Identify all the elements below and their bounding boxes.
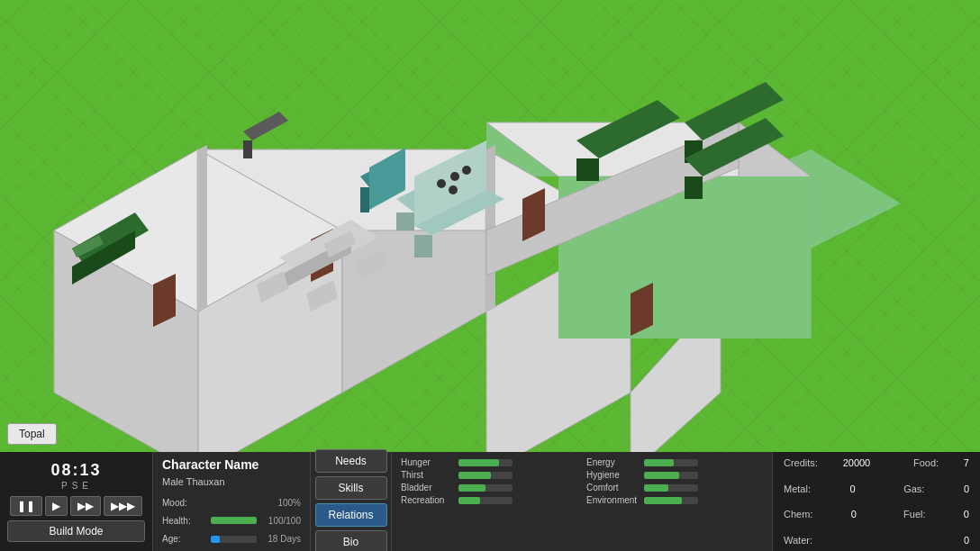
svg-marker-36 <box>396 212 414 230</box>
bladder-bar-bg <box>458 484 513 492</box>
bottom-panel: 08:13 P S E ❚❚ ▶ ▶▶ ▶▶▶ Build Mode Chara… <box>0 452 980 551</box>
hygiene-row: Hygiene <box>586 470 763 480</box>
health-label: Health: <box>162 516 207 526</box>
gas-label: Gas: <box>903 483 924 494</box>
health-stat-row: Health: 100/100 <box>162 516 301 526</box>
thirst-label: Thirst <box>401 470 455 480</box>
age-bar-bg <box>211 536 257 543</box>
hunger-bar-bg <box>458 459 513 466</box>
environment-label: Environment <box>586 495 640 505</box>
recreation-bar-bg <box>458 497 513 504</box>
thirst-bar-bg <box>458 472 513 479</box>
bladder-row: Bladder <box>401 483 577 492</box>
water-label: Water: <box>784 535 812 546</box>
chem-label: Chem: <box>784 509 812 519</box>
chem-fuel-row: Chem: 0 Fuel: 0 <box>784 509 969 519</box>
speed-s-label: S <box>72 481 78 491</box>
hunger-label: Hunger <box>401 457 455 467</box>
chem-value: 0 <box>851 509 857 519</box>
action-buttons-section: Needs Skills Relations Bio <box>311 452 392 551</box>
water-value: 0 <box>964 535 969 546</box>
gas-value: 0 <box>964 483 969 494</box>
health-bar-bg <box>211 517 257 524</box>
environment-row: Environment <box>586 495 763 505</box>
svg-marker-51 <box>243 140 252 158</box>
metal-label: Metal: <box>784 483 811 494</box>
hunger-row: Hunger <box>401 457 577 467</box>
svg-point-39 <box>450 172 459 181</box>
speed-row: P S E <box>7 481 145 491</box>
bladder-label: Bladder <box>401 483 455 492</box>
character-race: Male Thauxan <box>162 476 301 487</box>
hunger-bar-fill <box>458 459 499 466</box>
energy-row: Energy <box>586 457 763 467</box>
svg-marker-50 <box>243 112 288 140</box>
fast-button[interactable]: ▶▶ <box>70 496 101 516</box>
needs-button[interactable]: Needs <box>315 449 387 473</box>
svg-marker-45 <box>576 158 599 181</box>
credits-row: Credits: 20000 Food: 7 <box>784 457 969 468</box>
water-row: Water: 0 <box>784 535 969 546</box>
age-bar-fill <box>211 536 220 543</box>
credits-value: 20000 <box>843 457 871 468</box>
fuel-value: 0 <box>964 509 969 519</box>
relations-button[interactable]: Relations <box>315 503 387 527</box>
comfort-bar-bg <box>644 484 698 492</box>
mood-stat-row: Mood: 100% <box>162 498 301 508</box>
age-value: 18 Days <box>260 534 301 544</box>
pause-button[interactable]: ❚❚ <box>10 496 42 516</box>
metal-gas-row: Metal: 0 Gas: 0 <box>784 483 969 494</box>
bladder-bar-fill <box>458 484 485 492</box>
topal-button[interactable]: Topal <box>7 423 57 445</box>
svg-point-41 <box>449 185 458 194</box>
hygiene-bar-fill <box>644 472 679 479</box>
svg-marker-43 <box>414 235 432 257</box>
recreation-label: Recreation <box>401 495 455 505</box>
food-label: Food: <box>913 457 939 468</box>
svg-marker-33 <box>360 187 369 212</box>
svg-marker-15 <box>198 145 207 312</box>
hygiene-label: Hygiene <box>586 470 640 480</box>
recreation-row: Recreation <box>401 495 577 505</box>
fuel-label: Fuel: <box>903 509 925 519</box>
mood-label: Mood: <box>162 498 207 508</box>
energy-bar-fill <box>644 459 674 466</box>
svg-point-40 <box>462 166 471 175</box>
speed-e-label: E <box>82 481 88 491</box>
fastest-button[interactable]: ▶▶▶ <box>104 496 142 516</box>
recreation-bar-fill <box>458 497 480 504</box>
health-value: 100/100 <box>260 516 301 526</box>
resources-section: Credits: 20000 Food: 7 Metal: 0 Gas: 0 C… <box>773 452 980 551</box>
food-value: 7 <box>964 457 969 468</box>
stats-right-column: Energy Hygiene Comfort Environment <box>586 457 763 546</box>
stats-left-column: Hunger Thirst Bladder Recreation <box>401 457 577 546</box>
energy-bar-bg <box>644 459 698 466</box>
credits-label: Credits: <box>784 457 818 468</box>
stats-section: Hunger Thirst Bladder Recreation <box>392 452 773 551</box>
thirst-bar-fill <box>458 472 491 479</box>
speed-p-label: P <box>61 481 68 491</box>
controls-section: 08:13 P S E ❚❚ ▶ ▶▶ ▶▶▶ Build Mode <box>0 452 153 551</box>
metal-value: 0 <box>849 483 855 494</box>
time-display: 08:13 <box>50 461 101 480</box>
character-section: Character Name Male Thauxan Mood: 100% H… <box>153 452 311 551</box>
svg-point-38 <box>437 179 446 188</box>
comfort-label: Comfort <box>586 483 640 492</box>
energy-label: Energy <box>586 457 640 467</box>
age-label: Age: <box>162 534 207 544</box>
bio-button[interactable]: Bio <box>315 530 387 551</box>
thirst-row: Thirst <box>401 470 577 480</box>
comfort-bar-fill <box>644 484 668 492</box>
playback-controls: ❚❚ ▶ ▶▶ ▶▶▶ <box>10 496 142 516</box>
build-mode-button[interactable]: Build Mode <box>7 520 145 542</box>
age-stat-row: Age: 18 Days <box>162 534 301 544</box>
skills-button[interactable]: Skills <box>315 476 387 500</box>
health-bar-fill <box>211 517 257 524</box>
mood-value: 100% <box>260 498 301 508</box>
comfort-row: Comfort <box>586 483 763 492</box>
environment-bar-fill <box>644 497 682 504</box>
play-button[interactable]: ▶ <box>45 496 68 516</box>
hygiene-bar-bg <box>644 472 698 479</box>
svg-marker-49 <box>685 176 703 199</box>
character-name: Character Name <box>162 457 301 472</box>
